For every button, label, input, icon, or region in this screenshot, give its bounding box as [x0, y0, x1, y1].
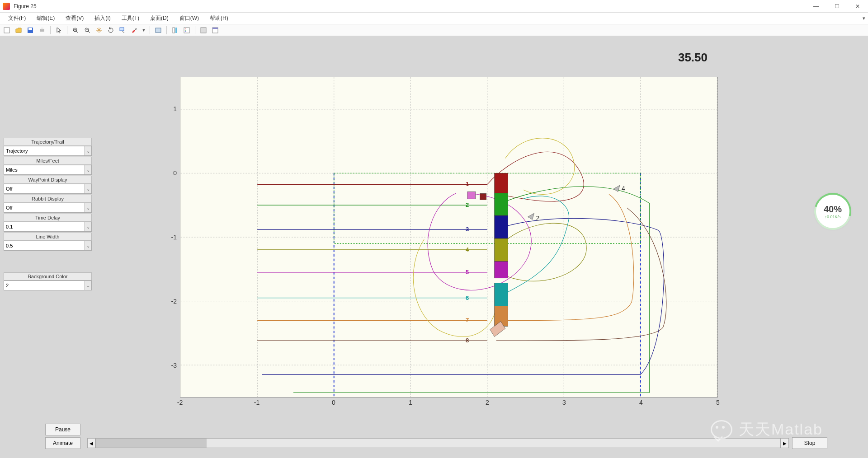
svg-rect-47	[495, 193, 508, 215]
window-controls: — ☐ ✕	[806, 0, 868, 13]
lane-label-1: 1	[466, 181, 469, 187]
ytick: -1	[171, 234, 177, 241]
svg-rect-50	[495, 262, 508, 278]
xtick: 3	[562, 399, 566, 406]
figure-canvas: Trajectory/Trail Trajectory⌄ Miles/Feet …	[0, 36, 868, 458]
watermark-text: 天天Matlab	[739, 419, 823, 440]
link-icon[interactable]	[153, 25, 163, 35]
brush-icon[interactable]	[129, 25, 139, 35]
brush-dropdown-icon[interactable]: ▼	[141, 25, 146, 35]
xtick: -2	[177, 399, 183, 406]
milesfeet-label: Miles/Feet	[4, 157, 92, 165]
xtick: 0	[332, 399, 335, 406]
lane-label-8: 8	[466, 337, 469, 344]
menu-view[interactable]: 查看(V)	[60, 13, 89, 24]
pause-button[interactable]: Pause	[45, 424, 80, 435]
trajectory-label: Trajectory/Trail	[4, 138, 92, 146]
svg-rect-48	[495, 215, 508, 238]
xtick: 1	[409, 399, 412, 406]
xtick: 5	[716, 399, 720, 406]
chevron-down-icon: ⌄	[84, 281, 91, 290]
menubar: 文件(F) 编辑(E) 查看(V) 插入(I) 工具(T) 桌面(D) 窗口(W…	[0, 13, 868, 24]
widget-speed: ↑0.01K/s	[825, 215, 840, 219]
slider-left-icon[interactable]: ◀	[87, 438, 95, 448]
rabbit-select[interactable]: Off⌄	[4, 203, 92, 213]
close-button[interactable]: ✕	[847, 0, 868, 13]
bgcolor-select[interactable]: 2⌄	[4, 280, 92, 290]
show-plot-icon[interactable]	[210, 25, 220, 35]
colorbar-icon[interactable]	[170, 25, 180, 35]
lane-label-4: 4	[466, 246, 469, 253]
timedelay-label: Time Delay	[4, 214, 92, 222]
svg-rect-14	[173, 28, 175, 33]
zoom-out-icon[interactable]	[82, 25, 92, 35]
chevron-down-icon: ⌄	[84, 165, 91, 174]
bgcolor-label: Background Color	[4, 272, 92, 280]
minimize-button[interactable]: —	[806, 0, 826, 13]
svg-rect-15	[175, 28, 177, 33]
menu-file[interactable]: 文件(F)	[3, 13, 31, 24]
axes[interactable]: 2 4	[180, 77, 718, 397]
linewidth-label: Line Width	[4, 233, 92, 241]
print-icon[interactable]	[37, 25, 47, 35]
svg-rect-20	[201, 28, 206, 33]
zoom-in-icon[interactable]	[71, 25, 80, 35]
svg-rect-16	[184, 28, 189, 33]
rotate-icon[interactable]	[106, 25, 116, 35]
menu-window[interactable]: 窗口(W)	[174, 13, 204, 24]
chevron-down-icon: ⌄	[84, 146, 91, 155]
pointer-icon[interactable]	[54, 25, 64, 35]
xtick: 4	[639, 399, 643, 406]
ytick: -2	[171, 298, 177, 305]
speed-widget[interactable]: 40% ↑0.01K/s	[816, 194, 850, 229]
chevron-down-icon: ⌄	[84, 184, 91, 193]
menu-help[interactable]: 帮助(H)	[204, 13, 234, 24]
menu-insert[interactable]: 插入(I)	[89, 13, 116, 24]
toolbar: ▼	[0, 24, 868, 36]
titlebar: Figure 25 — ☐ ✕	[0, 0, 868, 13]
wechat-icon	[711, 420, 732, 439]
svg-rect-4	[41, 28, 43, 29]
maximize-button[interactable]: ☐	[826, 0, 847, 13]
svg-rect-46	[495, 173, 508, 193]
open-icon[interactable]	[14, 25, 24, 35]
svg-rect-0	[4, 28, 9, 33]
left-control-panel: Trajectory/Trail Trajectory⌄ Miles/Feet …	[4, 138, 92, 291]
animate-button[interactable]: Animate	[45, 437, 80, 449]
menu-edit[interactable]: 编辑(E)	[31, 13, 60, 24]
ytick: 1	[173, 105, 177, 112]
rabbit-label: Rabbit Display	[4, 195, 92, 203]
save-icon[interactable]	[25, 25, 35, 35]
svg-rect-13	[156, 28, 161, 33]
marker-4: 4	[622, 185, 625, 192]
hide-plot-icon[interactable]	[198, 25, 208, 35]
window-title: Figure 25	[14, 3, 806, 9]
new-figure-icon[interactable]	[2, 25, 12, 35]
ytick: 0	[173, 169, 177, 177]
chevron-down-icon: ⌄	[84, 222, 91, 231]
lane-label-2: 2	[466, 201, 469, 208]
menu-overflow-icon[interactable]: ▾	[863, 15, 865, 21]
menu-tools[interactable]: 工具(T)	[116, 13, 145, 24]
waypoint-label: WayPoint Display	[4, 176, 92, 184]
milesfeet-select[interactable]: Miles⌄	[4, 165, 92, 175]
lane-label-6: 6	[466, 294, 469, 301]
menu-desktop[interactable]: 桌面(D)	[145, 13, 174, 24]
waypoint-select[interactable]: Off⌄	[4, 184, 92, 194]
ytick: -3	[171, 362, 177, 369]
svg-rect-54	[480, 193, 486, 200]
xtick: -1	[254, 399, 259, 406]
trajectory-select[interactable]: Trajectory⌄	[4, 146, 92, 156]
xtick: 2	[486, 399, 489, 406]
plot-svg: 2 4	[180, 77, 717, 397]
pan-icon[interactable]	[94, 25, 104, 35]
linewidth-select[interactable]: 0.5⌄	[4, 241, 92, 251]
legend-icon[interactable]	[182, 25, 192, 35]
lane-label-7: 7	[466, 317, 469, 323]
plot-area: 35.50 1 0 -1 -2 -3 -2 -1 0 1 2 3 4 5	[122, 50, 717, 443]
datacursor-icon[interactable]	[118, 25, 127, 35]
svg-rect-49	[495, 238, 508, 262]
timedelay-select[interactable]: 0.1⌄	[4, 222, 92, 232]
widget-percent: 40%	[824, 204, 842, 215]
svg-rect-51	[495, 283, 508, 306]
